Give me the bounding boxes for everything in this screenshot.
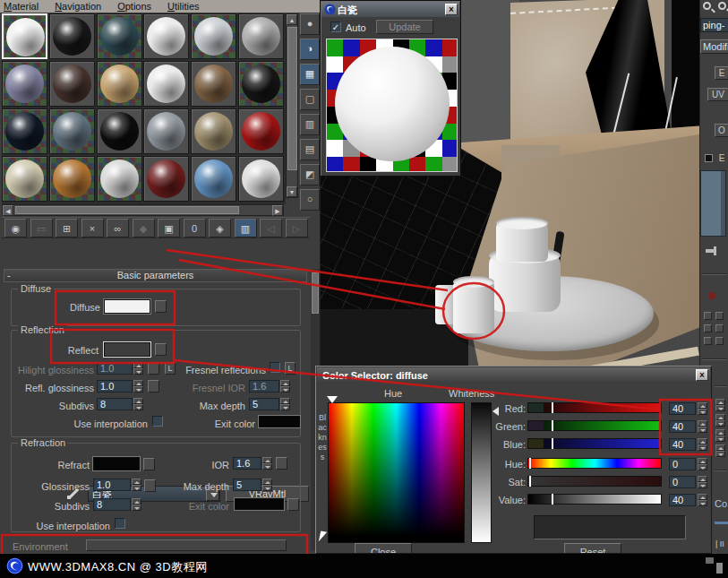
zoom-tool-icon[interactable]	[703, 2, 711, 10]
red-spinner[interactable]	[698, 402, 707, 415]
material-slot[interactable]	[49, 108, 95, 154]
backlight-icon[interactable]: ◑	[300, 39, 320, 60]
diffuse-color-swatch[interactable]	[104, 299, 150, 314]
material-slot[interactable]	[2, 108, 47, 154]
show-map-in-viewport-icon[interactable]: ▥	[235, 219, 257, 237]
reflect-color-swatch[interactable]	[104, 342, 150, 357]
hue-field-marker-icon[interactable]	[327, 396, 338, 403]
material-slot[interactable]	[143, 61, 189, 107]
preview-titlebar[interactable]: 白瓷 ×	[321, 2, 459, 17]
video-color-check-icon[interactable]: ▥	[300, 114, 320, 135]
material-slot[interactable]	[49, 156, 95, 202]
blue-spinner[interactable]	[698, 438, 707, 451]
material-slot[interactable]	[238, 156, 284, 202]
ior-field[interactable]: 1.6	[233, 457, 261, 470]
stack-item-uv[interactable]: UV	[707, 88, 728, 101]
go-to-parent-icon[interactable]: ◁	[260, 219, 282, 237]
get-material-icon[interactable]: ◉	[4, 219, 27, 237]
refl-glossiness-field[interactable]: 1.0	[97, 380, 133, 393]
diffuse-map-button[interactable]	[155, 300, 167, 313]
green-field[interactable]: 40	[669, 420, 696, 433]
material-slot[interactable]	[143, 156, 189, 202]
hilight-glossiness-spinner[interactable]	[133, 362, 143, 375]
sat-slider[interactable]	[527, 476, 662, 487]
red-field[interactable]: 40	[669, 402, 696, 415]
scrollbar-thumb[interactable]	[15, 206, 239, 214]
preview-close-icon[interactable]: ×	[445, 4, 458, 15]
refr-max-depth-field[interactable]: 5	[233, 479, 261, 491]
material-slot[interactable]	[238, 61, 284, 107]
sat-spinner[interactable]	[698, 476, 707, 488]
put-to-library-icon[interactable]: ∞	[107, 219, 129, 237]
refr-max-depth-spinner[interactable]	[262, 479, 272, 491]
scroll-down-arrow[interactable]: ▼	[287, 186, 297, 197]
panel-button[interactable]	[715, 312, 724, 320]
material-slot[interactable]	[2, 13, 47, 59]
object-name-field[interactable]: ping-2	[700, 18, 728, 32]
color-selector-close-icon[interactable]: ×	[696, 369, 708, 381]
material-slot[interactable]	[191, 156, 236, 202]
reflect-map-button[interactable]	[155, 343, 167, 356]
panel-button[interactable]	[715, 324, 724, 332]
refract-map-button[interactable]	[143, 458, 155, 470]
panel-button[interactable]	[704, 337, 712, 345]
blue-slider[interactable]	[527, 438, 662, 449]
material-slot[interactable]	[97, 108, 142, 154]
blue-field[interactable]: 40	[669, 438, 696, 451]
refl-glossiness-spinner[interactable]	[133, 380, 143, 393]
sample-uv-tiling-icon[interactable]: ▢	[300, 89, 320, 110]
refr-glossiness-field[interactable]: 1.0	[93, 479, 131, 491]
scrollbar-thumb[interactable]	[287, 27, 297, 170]
close-button[interactable]: Close	[355, 543, 412, 554]
material-id-icon[interactable]: ◆	[133, 219, 155, 237]
hue-spinner[interactable]	[698, 458, 707, 470]
hue-field[interactable]	[328, 402, 465, 543]
stack-item-e2[interactable]: E	[715, 152, 728, 166]
material-slot[interactable]	[49, 13, 95, 59]
hue-slider[interactable]	[527, 458, 662, 469]
fresnel-reflections-checkbox[interactable]	[270, 362, 280, 373]
material-slot[interactable]	[97, 156, 142, 202]
material-slot[interactable]	[238, 13, 284, 59]
background-icon[interactable]: ▦	[300, 64, 320, 85]
assign-to-selection-icon[interactable]: ⊞	[56, 219, 78, 237]
hilight-lock-button[interactable]: L	[165, 362, 176, 375]
material-slot[interactable]	[191, 61, 236, 107]
panel-spinner[interactable]	[715, 414, 725, 427]
stack-item-o[interactable]: O	[715, 124, 728, 137]
material-slot[interactable]	[143, 13, 189, 59]
material-slot[interactable]	[2, 156, 47, 202]
material-slot[interactable]	[97, 61, 142, 107]
refr-exit-color-swatch[interactable]	[235, 498, 284, 510]
panel-button[interactable]	[704, 312, 712, 320]
refr-glossiness-map-button[interactable]	[144, 479, 156, 492]
scroll-up-arrow[interactable]: ▲	[287, 14, 297, 25]
fresnel-ior-spinner[interactable]	[280, 380, 290, 393]
show-end-result-icon[interactable]: 0	[184, 219, 206, 237]
green-slider[interactable]	[527, 420, 662, 431]
hilight-glossiness-field[interactable]: 1.0	[97, 362, 133, 375]
value-slider[interactable]	[527, 494, 662, 505]
scroll-left-arrow[interactable]: ◀	[3, 205, 13, 216]
environment-map-button[interactable]	[86, 539, 287, 551]
ior-map-button[interactable]	[276, 457, 287, 470]
material-slot[interactable]	[2, 61, 47, 107]
material-slot[interactable]	[191, 108, 236, 154]
material-slot[interactable]	[49, 61, 95, 107]
auto-checkbox[interactable]: ✓	[330, 22, 341, 32]
menu-options[interactable]: Options	[117, 1, 151, 12]
refr-glossiness-spinner[interactable]	[132, 479, 141, 491]
color-selector-titlebar[interactable]: Color Selector: diffuse ×	[317, 367, 710, 382]
make-preview-icon[interactable]: ▤	[300, 139, 320, 160]
refl-max-depth-spinner[interactable]	[280, 398, 290, 410]
refr-subdivs-field[interactable]: 8	[93, 498, 131, 511]
options-icon[interactable]: ◩	[300, 164, 320, 185]
material-slot[interactable]	[191, 13, 236, 59]
value-spinner[interactable]	[698, 494, 707, 506]
modifier-list-dropdown[interactable]: Modifi	[700, 39, 728, 54]
refr-exit-color-map-button[interactable]	[287, 498, 299, 511]
material-slot[interactable]	[238, 108, 284, 154]
panel-button[interactable]	[715, 337, 724, 345]
refl-exit-color-swatch[interactable]	[259, 416, 300, 427]
background-toggle-icon[interactable]: ◈	[209, 219, 231, 237]
